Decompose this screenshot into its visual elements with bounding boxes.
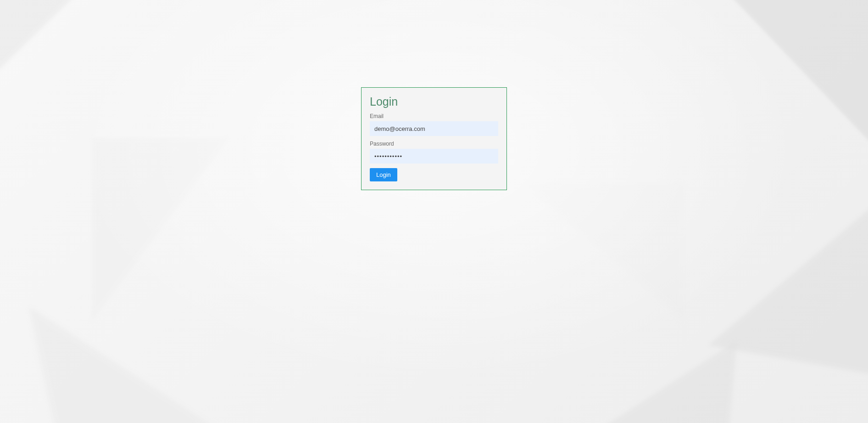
email-group: Email [370,113,498,136]
password-label: Password [370,141,498,147]
email-label: Email [370,113,498,119]
login-button[interactable]: Login [370,168,397,181]
page-background [0,0,868,423]
email-field[interactable] [370,121,498,136]
password-field[interactable] [370,149,498,164]
login-title: Login [370,95,498,108]
login-panel: Login Email Password Login [361,87,507,190]
bg-overlay [0,0,868,423]
password-group: Password [370,141,498,164]
